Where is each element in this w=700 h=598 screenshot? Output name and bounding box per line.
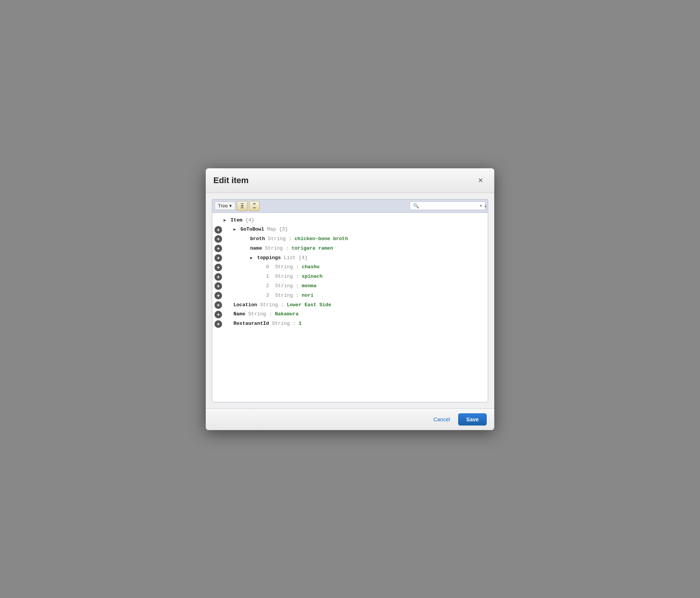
edit-item-dialog: Edit item × Tree ▾	[206, 168, 494, 430]
list-item: + RestaurantId String : 1	[212, 319, 488, 329]
add-toppings-button[interactable]: +	[214, 254, 222, 262]
cancel-button[interactable]: Cancel	[429, 414, 455, 425]
add-broth-button[interactable]: +	[214, 235, 222, 243]
search-next-icon[interactable]: ▲	[484, 204, 487, 208]
collapse-all-button[interactable]	[249, 201, 260, 211]
svg-rect-0	[241, 203, 244, 204]
save-button[interactable]: Save	[458, 413, 487, 426]
list-item: + 0 String : chashu	[212, 263, 488, 272]
add-restaurantid-button[interactable]: +	[214, 320, 222, 328]
svg-rect-5	[253, 203, 256, 204]
svg-marker-6	[254, 204, 255, 205]
svg-marker-3	[241, 206, 243, 207]
list-item: + ▶ toppings List [4]	[212, 253, 488, 263]
svg-rect-8	[253, 207, 256, 208]
expand-all-button[interactable]	[237, 201, 248, 211]
toppings-triangle: ▶	[250, 255, 253, 262]
add-gotobowl-button[interactable]: +	[214, 226, 222, 234]
list-item: + Name String : Nakamura	[212, 310, 488, 319]
svg-rect-1	[241, 206, 244, 206]
add-restaurantname-button[interactable]: +	[214, 311, 222, 318]
add-name-button[interactable]: +	[214, 245, 222, 252]
svg-rect-4	[241, 207, 244, 208]
dialog-title: Edit item	[213, 176, 249, 185]
list-item: + broth String : chicken-bone broth	[212, 234, 488, 244]
list-item: + ▶ GoToBowl Map {3}	[212, 225, 488, 234]
list-item: + name String : torigara ramen	[212, 244, 488, 253]
list-item: + 1 String : spinach	[212, 272, 488, 282]
add-topping-0-button[interactable]: +	[214, 264, 222, 271]
list-item: + Location String : Lower East Side	[212, 301, 488, 310]
tree-container: ▶ Item {4} + ▶ GoToBowl Map {3} + broth	[212, 212, 488, 402]
add-topping-3-button[interactable]: +	[214, 292, 222, 299]
search-icon: 🔍	[413, 203, 419, 209]
add-topping-2-button[interactable]: +	[214, 282, 222, 290]
tree-view-dropdown[interactable]: Tree ▾	[214, 201, 235, 210]
list-item: + 2 String : menma	[212, 282, 488, 291]
search-box: 🔍 ▼ ▲	[410, 201, 486, 210]
search-input[interactable]	[421, 203, 478, 209]
svg-marker-2	[241, 204, 243, 206]
search-prev-icon[interactable]: ▼	[479, 204, 483, 208]
gotobowl-triangle: ▶	[233, 226, 236, 233]
tree-toolbar: Tree ▾	[212, 199, 488, 212]
dialog-body: Tree ▾	[206, 193, 494, 408]
close-button[interactable]: ×	[475, 174, 487, 187]
list-item: + 3 String : nori	[212, 291, 488, 301]
tree-dropdown-label: Tree	[218, 203, 228, 209]
root-triangle: ▶	[224, 217, 226, 224]
tree-root-row: ▶ Item {4}	[212, 216, 488, 225]
add-location-button[interactable]: +	[214, 301, 222, 309]
chevron-down-icon: ▾	[229, 203, 232, 209]
dialog-header: Edit item ×	[206, 168, 494, 193]
dialog-footer: Cancel Save	[206, 408, 494, 430]
add-topping-1-button[interactable]: +	[214, 273, 222, 281]
